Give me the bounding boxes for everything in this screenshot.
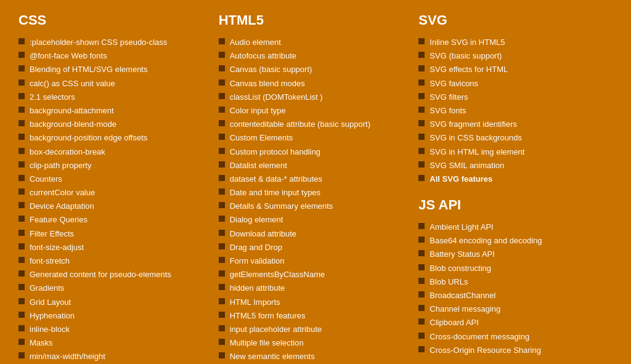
js-section: JS API Ambient Light APIBase64 encoding …: [418, 197, 613, 356]
item-text: Base64 encoding and decoding: [429, 235, 542, 246]
bullet-icon: [418, 264, 425, 270]
bullet-icon: [219, 52, 225, 58]
bullet-icon: [18, 257, 25, 263]
list-item: Canvas blend modes: [219, 78, 413, 89]
bullet-icon: [219, 202, 225, 208]
item-text: inline-block: [30, 324, 70, 335]
item-text: Form validation: [230, 256, 285, 267]
item-text: Channel messaging: [429, 304, 500, 315]
item-text: Dialog element: [230, 214, 283, 225]
item-text: Date and time input types: [230, 187, 320, 198]
bullet-icon: [219, 148, 225, 154]
item-text: @font-face Web fonts: [30, 51, 107, 62]
list-item: Multiple file selection: [219, 338, 413, 349]
bullet-icon: [219, 339, 225, 345]
item-text: font-stretch: [30, 256, 70, 267]
item-text: Hyphenation: [30, 310, 75, 322]
list-item: Custom protocol handling: [219, 147, 413, 158]
bullet-icon: [418, 175, 425, 181]
item-text: Multiple file selection: [230, 338, 304, 349]
bullet-icon: [18, 352, 25, 358]
list-item: inline-block: [18, 324, 213, 335]
bullet-icon: [219, 312, 225, 318]
bullet-icon: [18, 107, 25, 113]
jsapi-list: Ambient Light APIBase64 encoding and dec…: [418, 222, 613, 356]
bullet-icon: [418, 93, 425, 99]
item-text: Inline SVG in HTML5: [429, 37, 505, 48]
list-item: min/max-width/height: [18, 351, 213, 362]
bullet-icon: [219, 120, 225, 126]
bullet-icon: [219, 230, 225, 236]
item-text: Feature Queries: [30, 214, 88, 225]
bullet-icon: [18, 188, 25, 195]
item-text: classList (DOMTokenList ): [230, 92, 323, 103]
item-text: Color input type: [230, 105, 286, 116]
list-item: SVG in HTML img element: [418, 147, 613, 158]
list-item: Base64 encoding and decoding: [418, 235, 613, 246]
list-item: SVG (basic support): [418, 51, 613, 62]
item-text: getElementsByClassName: [230, 269, 325, 280]
item-text: All SVG features: [429, 174, 492, 185]
list-item: input placeholder attribute: [219, 324, 413, 335]
item-text: background-blend-mode: [30, 119, 116, 130]
bullet-icon: [219, 284, 225, 290]
list-item: Audio element: [219, 37, 413, 48]
item-text: Audio element: [230, 37, 281, 48]
item-text: Grid Layout: [30, 297, 71, 308]
list-item: Grid Layout: [18, 297, 213, 308]
list-item: @font-face Web fonts: [18, 51, 213, 62]
bullet-icon: [18, 79, 25, 86]
list-item: HTML Imports: [219, 297, 413, 308]
item-text: Ambient Light API: [429, 222, 493, 233]
item-text: :placeholder-shown CSS pseudo-class: [30, 37, 167, 48]
list-item: background-attachment: [18, 105, 213, 116]
list-item: Battery Status API: [418, 249, 613, 260]
bullet-icon: [418, 291, 425, 297]
list-item: box-decoration-break: [18, 147, 213, 158]
svg-js-column: SVG Inline SVG in HTML5SVG (basic suppor…: [418, 12, 613, 364]
bullet-icon: [418, 161, 425, 168]
item-text: Datalist element: [230, 160, 287, 171]
list-item: font-stretch: [18, 256, 213, 267]
bullet-icon: [18, 120, 25, 126]
item-text: Download attribute: [230, 229, 296, 240]
list-item: calc() as CSS unit value: [18, 78, 213, 89]
bullet-icon: [18, 93, 25, 99]
bullet-icon: [418, 278, 425, 284]
list-item: getElementsByClassName: [219, 269, 413, 280]
svg-title: SVG: [418, 12, 613, 28]
item-text: Autofocus attribute: [230, 51, 296, 62]
item-text: SVG fragment identifiers: [429, 119, 517, 130]
bullet-icon: [418, 120, 425, 126]
item-text: SVG effects for HTML: [429, 64, 508, 75]
bullet-icon: [219, 38, 225, 44]
item-text: currentColor value: [30, 187, 95, 198]
item-text: Custom Elements: [230, 132, 293, 144]
list-item: font-size-adjust: [18, 242, 213, 253]
item-text: Gradients: [30, 283, 64, 294]
list-item: classList (DOMTokenList ): [219, 92, 413, 103]
bullet-icon: [418, 38, 425, 44]
list-item: Color input type: [219, 105, 413, 116]
bullet-icon: [18, 202, 25, 208]
item-text: Filter Effects: [30, 229, 74, 240]
item-text: SVG favicons: [429, 78, 478, 89]
bullet-icon: [219, 352, 225, 358]
bullet-icon: [18, 216, 25, 222]
item-text: background-attachment: [30, 105, 114, 116]
item-text: Drag and Drop: [230, 242, 282, 253]
item-text: Blob constructing: [429, 263, 491, 274]
list-item: Inline SVG in HTML5: [418, 37, 613, 48]
list-item: SVG fragment identifiers: [418, 119, 613, 130]
css-column: CSS :placeholder-shown CSS pseudo-class@…: [18, 12, 213, 364]
bullet-icon: [18, 325, 25, 331]
list-item: Form validation: [219, 256, 413, 267]
item-text: Counters: [30, 174, 62, 185]
list-item: SVG in CSS backgrounds: [418, 132, 613, 144]
item-text: Cross-Origin Resource Sharing: [429, 345, 541, 356]
bullet-icon: [219, 325, 225, 331]
list-item: clip-path property: [18, 160, 213, 171]
item-text: HTML Imports: [230, 297, 280, 308]
list-item: Cross-Origin Resource Sharing: [418, 345, 613, 356]
html5-column: HTML5 Audio elementAutofocus attributeCa…: [219, 12, 413, 364]
